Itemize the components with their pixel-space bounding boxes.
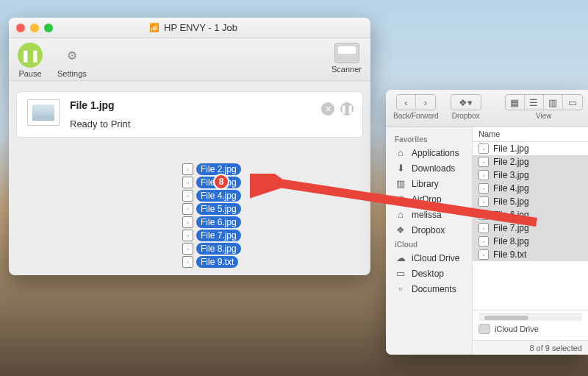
file-icon: ▫ (182, 177, 193, 188)
view-group: ▦ ☰ ▥ ▭ View (505, 94, 583, 120)
sidebar-item[interactable]: ◎AirDrop (386, 191, 472, 207)
file-icon: ▫ (478, 196, 489, 207)
window-title: 📶 HP ENVY - 1 Job (53, 22, 334, 33)
horizontal-scrollbar[interactable] (478, 313, 582, 321)
titlebar: 📶 HP ENVY - 1 Job (9, 18, 370, 38)
name-column-header[interactable]: Name (473, 127, 588, 142)
sidebar-item[interactable]: ⌂Applications (386, 145, 472, 160)
sidebar-label: Desktop (412, 269, 444, 279)
devices-panel: iCloud Drive (473, 310, 588, 340)
gallery-view-button[interactable]: ▭ (563, 95, 582, 110)
file-row[interactable]: ▫File 4.jpg (473, 182, 588, 195)
sidebar-label: Downloads (412, 163, 455, 174)
file-icon: ▫ (478, 236, 489, 246)
icloud-header: iCloud (386, 238, 472, 250)
dragged-file-label: File 6.jpg (196, 216, 241, 228)
cancel-job-button[interactable]: ✕ (321, 102, 334, 116)
sidebar-label: Applications (412, 148, 459, 158)
print-job[interactable]: File 1.jpg Ready to Print ✕ ❚❚ (16, 91, 363, 138)
device-label: iCloud Drive (495, 324, 539, 333)
path-label: Dropbox (452, 112, 480, 120)
file-row[interactable]: ▫File 8.jpg (473, 235, 588, 248)
finder-window: ‹ › Back/Forward ❖▾ Dropbox ▦ ☰ ▥ ▭ View (386, 90, 588, 355)
job-thumbnail (27, 99, 60, 126)
pause-job-button[interactable]: ❚❚ (340, 102, 354, 116)
finder-toolbar: ‹ › Back/Forward ❖▾ Dropbox ▦ ☰ ▥ ▭ View (386, 90, 588, 127)
dragged-file: ▫File 9.txt (182, 256, 241, 268)
selection-status: 8 of 9 selected (529, 344, 582, 352)
job-status: Ready to Print (70, 118, 352, 130)
sidebar-label: AirDrop (412, 194, 442, 205)
gear-icon: ⚙ (60, 43, 85, 68)
file-name: File 6.jpg (493, 210, 529, 220)
dragged-file: ▫File 7.jpg (182, 230, 241, 241)
file-icon: ▫ (182, 190, 193, 202)
sidebar-icon: ▫ (395, 283, 406, 294)
drag-count-badge: 8 (213, 174, 229, 190)
sidebar-item[interactable]: ❖Dropbox (386, 222, 472, 238)
file-row[interactable]: ▫File 2.jpg (473, 155, 588, 169)
dragged-file-label: File 7.jpg (196, 230, 241, 241)
column-view-button[interactable]: ▥ (544, 95, 563, 110)
sidebar-icon: ⬇ (395, 163, 406, 174)
icon-view-button[interactable]: ▦ (506, 95, 525, 110)
file-row[interactable]: ▫File 1.jpg (473, 142, 588, 155)
minimize-button[interactable] (30, 24, 39, 32)
dragged-file-label: File 4.jpg (196, 190, 241, 202)
file-icon: ▫ (182, 230, 193, 241)
forward-button[interactable]: › (416, 95, 435, 110)
file-name: File 3.jpg (493, 170, 529, 180)
pause-label: Pause (18, 69, 41, 78)
settings-label: Settings (57, 69, 87, 78)
sidebar-label: iCloud Drive (412, 253, 459, 263)
sidebar-label: melissa (412, 210, 442, 220)
file-row[interactable]: ▫File 6.jpg (473, 208, 588, 221)
view-label: View (536, 112, 552, 120)
dropbox-icon[interactable]: ❖▾ (451, 95, 481, 110)
file-icon: ▫ (182, 216, 193, 228)
file-row[interactable]: ▫File 9.txt (473, 248, 588, 261)
scanner-label: Scanner (331, 65, 362, 74)
file-name: File 7.jpg (493, 223, 529, 233)
sidebar-icon: ◎ (395, 194, 406, 205)
nav-label: Back/Forward (393, 112, 439, 120)
file-icon: ▫ (478, 210, 489, 220)
path-group: ❖▾ Dropbox (451, 94, 481, 120)
dragged-file: ▫File 8.jpg (182, 243, 241, 255)
file-icon: ▫ (182, 203, 193, 215)
job-info: File 1.jpg Ready to Print (70, 99, 352, 130)
file-row[interactable]: ▫File 3.jpg (473, 169, 588, 182)
sidebar-item[interactable]: ☁iCloud Drive (386, 250, 472, 266)
list-view-button[interactable]: ☰ (525, 95, 544, 110)
back-button[interactable]: ‹ (397, 95, 416, 110)
file-row[interactable]: ▫File 5.jpg (473, 195, 588, 208)
device-row[interactable]: iCloud Drive (478, 321, 582, 337)
sidebar-item[interactable]: ⬇Downloads (386, 160, 472, 176)
file-icon: ▫ (182, 256, 193, 268)
zoom-button[interactable] (44, 24, 53, 32)
dragged-file: ▫File 2.jpg (182, 163, 241, 175)
sidebar-item[interactable]: ⌂melissa (386, 207, 472, 222)
dragged-file-label: File 5.jpg (196, 203, 241, 215)
close-button[interactable] (16, 24, 25, 32)
sidebar-item[interactable]: ▭Desktop (386, 266, 472, 281)
file-icon: ▫ (478, 157, 489, 167)
dragged-file: ▫File 6.jpg (182, 216, 241, 228)
settings-button[interactable]: ⚙ Settings (57, 43, 87, 78)
dragged-file: ▫File 3.jpg (182, 177, 241, 188)
sidebar-icon: ▥ (395, 178, 406, 189)
drive-icon (478, 324, 490, 334)
file-name: File 1.jpg (493, 143, 529, 154)
file-name: File 9.txt (493, 249, 526, 260)
sidebar-item[interactable]: ▫Documents (386, 281, 472, 297)
file-icon: ▫ (478, 249, 489, 260)
sidebar-item[interactable]: ▥Library (386, 176, 472, 191)
scanner-button[interactable]: Scanner (331, 43, 362, 74)
file-name: File 4.jpg (493, 183, 529, 194)
finder-status-bar: 8 of 9 selected (473, 340, 588, 355)
traffic-lights (16, 24, 53, 32)
pause-button[interactable]: ❚❚ Pause (18, 43, 43, 78)
nav-group: ‹ › Back/Forward (393, 94, 439, 120)
sidebar-icon: ▭ (395, 268, 406, 279)
file-row[interactable]: ▫File 7.jpg (473, 221, 588, 235)
